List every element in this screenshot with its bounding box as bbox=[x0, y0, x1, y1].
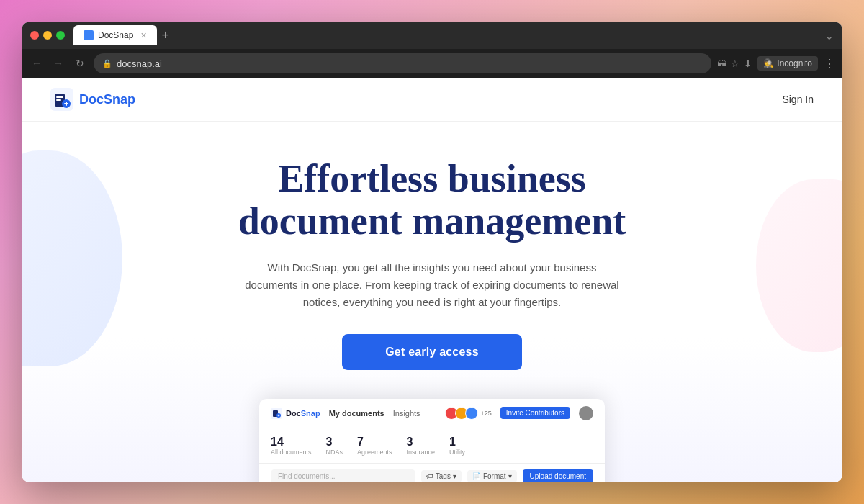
incognito-label: Incognito bbox=[777, 58, 812, 68]
site-logo[interactable]: DocSnap bbox=[50, 88, 135, 111]
star-icon[interactable]: ☆ bbox=[731, 58, 739, 69]
app-preview-logo-icon bbox=[271, 408, 282, 419]
window-chevron: ⌄ bbox=[824, 29, 834, 42]
traffic-lights bbox=[30, 31, 65, 40]
cta-button[interactable]: Get early access bbox=[342, 334, 522, 370]
stat-insurance-label: Insurance bbox=[407, 449, 436, 456]
app-preview-logo-text: DocSnap bbox=[286, 409, 320, 418]
hero-title: Effortless business document management bbox=[238, 158, 626, 243]
reload-button[interactable]: ↻ bbox=[72, 58, 88, 69]
forward-button[interactable]: → bbox=[50, 58, 66, 69]
site-navbar: DocSnap Sign In bbox=[22, 78, 842, 122]
hero-bg-blob-right bbox=[756, 179, 842, 352]
stat-agreements-number: 7 bbox=[357, 436, 392, 449]
eye-off-icon: 🕶 bbox=[717, 58, 726, 69]
format-filter-button[interactable]: 📄 Format ▾ bbox=[467, 470, 517, 482]
title-bar: DocSnap ✕ + ⌄ bbox=[22, 22, 842, 49]
incognito-icon: 🕵 bbox=[763, 58, 774, 68]
stat-ndas-label: NDAs bbox=[326, 449, 343, 456]
stat-utility: 1 Utility bbox=[449, 436, 480, 456]
upload-document-button[interactable]: Upload document bbox=[523, 469, 593, 482]
invite-contributors-button[interactable]: Invite Contributors bbox=[500, 407, 570, 419]
stat-insurance: 3 Insurance bbox=[407, 436, 450, 456]
maximize-button[interactable] bbox=[56, 31, 65, 40]
more-options-button[interactable]: ⋮ bbox=[824, 57, 835, 71]
stat-agreements: 7 Agreements bbox=[357, 436, 407, 456]
svg-rect-3 bbox=[56, 99, 61, 101]
address-bar: ← → ↻ 🔒 docsnap.ai 🕶 ☆ ⬇ 🕵 Incognito ⋮ bbox=[22, 49, 842, 78]
new-tab-button[interactable]: + bbox=[161, 28, 169, 43]
stat-utility-number: 1 bbox=[449, 436, 465, 449]
hero-bg-blob-left bbox=[22, 150, 122, 366]
hero-section: Effortless business document management … bbox=[22, 122, 842, 482]
url-text: docsnap.ai bbox=[117, 58, 703, 69]
logo-icon bbox=[50, 88, 73, 111]
close-button[interactable] bbox=[30, 31, 39, 40]
tab-title: DocSnap bbox=[98, 30, 133, 40]
tab-bar: DocSnap ✕ + bbox=[73, 25, 824, 45]
page-content: DocSnap Sign In Effortless business docu… bbox=[22, 78, 842, 482]
app-search-input[interactable]: Find documents... bbox=[271, 469, 415, 482]
stat-ndas-number: 3 bbox=[326, 436, 343, 449]
back-button[interactable]: ← bbox=[29, 58, 45, 69]
address-input[interactable]: 🔒 docsnap.ai bbox=[94, 53, 711, 73]
stat-all-documents-number: 14 bbox=[271, 436, 312, 449]
svg-rect-6 bbox=[64, 103, 68, 104]
sign-in-button[interactable]: Sign In bbox=[782, 94, 814, 105]
app-preview-nav-links: My documents Insights bbox=[329, 409, 420, 418]
user-avatar bbox=[579, 406, 593, 420]
format-icon: 📄 bbox=[472, 472, 481, 480]
app-nav-insights[interactable]: Insights bbox=[393, 409, 420, 418]
stat-ndas: 3 NDAs bbox=[326, 436, 358, 456]
stat-all-documents-label: All documents bbox=[271, 449, 312, 456]
svg-rect-11 bbox=[278, 415, 280, 415]
hero-content: Effortless business document management … bbox=[238, 158, 626, 370]
download-icon[interactable]: ⬇ bbox=[744, 58, 752, 69]
tags-filter-button[interactable]: 🏷 Tags ▾ bbox=[421, 470, 462, 482]
address-icons: 🕶 ☆ ⬇ bbox=[717, 58, 752, 69]
tab-favicon bbox=[84, 30, 94, 40]
app-preview-logo: DocSnap bbox=[271, 408, 320, 419]
app-preview: DocSnap My documents Insights +25 Invi bbox=[259, 399, 605, 482]
browser-window: DocSnap ✕ + ⌄ ← → ↻ 🔒 docsnap.ai 🕶 ☆ ⬇ 🕵… bbox=[22, 22, 842, 482]
lock-icon: 🔒 bbox=[102, 59, 112, 68]
tags-label: Tags bbox=[436, 472, 451, 480]
hero-subtitle: With DocSnap, you get all the insights y… bbox=[245, 259, 619, 311]
minimize-button[interactable] bbox=[43, 31, 52, 40]
svg-rect-2 bbox=[56, 96, 63, 98]
logo-text: DocSnap bbox=[79, 92, 135, 107]
avatar-group: +25 bbox=[445, 407, 492, 420]
format-label: Format bbox=[483, 472, 506, 480]
active-tab[interactable]: DocSnap ✕ bbox=[73, 25, 157, 45]
avatar-count: +25 bbox=[481, 410, 492, 417]
app-stats: 14 All documents 3 NDAs 7 Agreements 3 I… bbox=[259, 428, 605, 464]
avatar-3 bbox=[465, 407, 478, 420]
format-chevron: ▾ bbox=[508, 472, 512, 480]
tags-icon: 🏷 bbox=[426, 472, 433, 480]
tags-chevron: ▾ bbox=[453, 472, 456, 480]
incognito-indicator: 🕵 Incognito bbox=[757, 56, 818, 71]
app-search-row: Find documents... 🏷 Tags ▾ 📄 Format ▾ Up… bbox=[259, 464, 605, 482]
stat-utility-label: Utility bbox=[449, 449, 465, 456]
app-preview-navbar: DocSnap My documents Insights +25 Invi bbox=[259, 399, 605, 428]
stat-all-documents: 14 All documents bbox=[271, 436, 326, 456]
stat-insurance-number: 3 bbox=[407, 436, 436, 449]
app-nav-my-documents[interactable]: My documents bbox=[329, 409, 384, 418]
stat-agreements-label: Agreements bbox=[357, 449, 392, 456]
tab-close-icon[interactable]: ✕ bbox=[140, 31, 147, 40]
